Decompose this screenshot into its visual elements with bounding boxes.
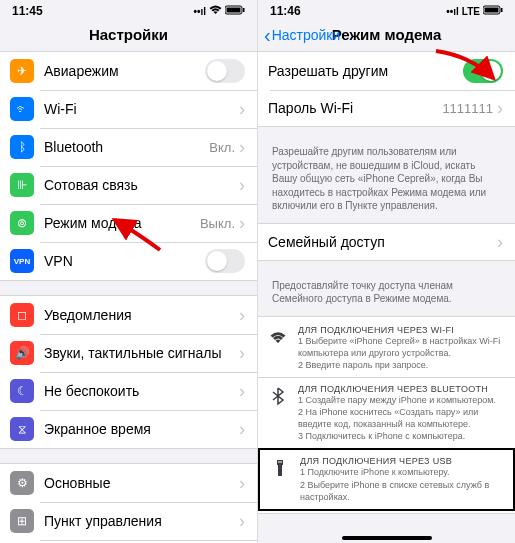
instructions-step: 2 Введите пароль при запросе. (298, 359, 505, 371)
row-label: Уведомления (44, 307, 239, 323)
row-label: Сотовая связь (44, 177, 239, 193)
group-instructions: ДЛЯ ПОДКЛЮЧЕНИЯ ЧЕРЕЗ WI-FI 1 Выберите «… (258, 316, 515, 514)
chevron-right-icon: › (239, 100, 245, 118)
gear-icon: ⚙ (10, 471, 34, 495)
instructions-step: 3 Подключитесь к iPhone с компьютера. (298, 430, 505, 442)
status-bar: 11:45 ••ıl (0, 0, 257, 20)
row-label: Разрешать другим (268, 63, 463, 79)
row-bluetooth[interactable]: ᛒ Bluetooth Вкл. › (0, 128, 257, 166)
row-label: Семейный доступ (268, 234, 497, 250)
back-label: Настройки (272, 27, 341, 43)
status-indicators: ••ıl (193, 5, 245, 17)
settings-group-connectivity: ✈ Авиарежим ᯤ Wi-Fi › ᛒ Bluetooth Вкл. ›… (0, 51, 257, 281)
status-bar: 11:46 ••ıl LTE (258, 0, 515, 20)
instructions-bluetooth: ДЛЯ ПОДКЛЮЧЕНИЯ ЧЕРЕЗ BLUETOOTH 1 Создай… (258, 377, 515, 449)
row-sounds[interactable]: 🔊 Звуки, тактильные сигналы › (0, 334, 257, 372)
chevron-right-icon: › (239, 138, 245, 156)
signal-icon: ••ıl (193, 6, 206, 17)
chevron-right-icon: › (497, 233, 503, 251)
row-family-sharing[interactable]: Семейный доступ › (258, 224, 515, 260)
row-control-center[interactable]: ⊞ Пункт управления › (0, 502, 257, 540)
chevron-right-icon: › (239, 344, 245, 362)
row-cellular[interactable]: ⊪ Сотовая связь › (0, 166, 257, 204)
row-general[interactable]: ⚙ Основные › (0, 464, 257, 502)
usb-icon (270, 458, 290, 478)
row-label: Режим модема (44, 215, 200, 231)
row-value: 1111111 (442, 101, 493, 116)
row-label: Bluetooth (44, 139, 209, 155)
instructions-wifi: ДЛЯ ПОДКЛЮЧЕНИЯ ЧЕРЕЗ WI-FI 1 Выберите «… (258, 319, 515, 377)
chevron-left-icon: ‹ (264, 25, 271, 45)
bell-icon: ◻ (10, 303, 34, 327)
chevron-right-icon: › (239, 306, 245, 324)
row-label: Основные (44, 475, 239, 491)
airplane-icon: ✈ (10, 59, 34, 83)
vpn-toggle[interactable] (205, 249, 245, 273)
chevron-right-icon: › (497, 99, 503, 117)
footer-family: Предоставляйте точку доступа членам Семе… (258, 275, 515, 316)
row-value: Вкл. (209, 140, 235, 155)
row-label: VPN (44, 253, 205, 269)
row-label: Wi-Fi (44, 101, 235, 117)
back-button[interactable]: ‹ Настройки (264, 25, 340, 45)
status-indicators: ••ıl LTE (446, 5, 503, 17)
hourglass-icon: ⧖ (10, 417, 34, 441)
row-label: Экранное время (44, 421, 239, 437)
row-allow-others[interactable]: Разрешать другим (258, 52, 515, 90)
vpn-icon: VPN (10, 249, 34, 273)
svg-rect-7 (278, 465, 282, 476)
svg-rect-5 (501, 8, 503, 12)
row-value: Выкл. (200, 216, 235, 231)
airplane-toggle[interactable] (205, 59, 245, 83)
status-time: 11:45 (12, 4, 43, 18)
page-title: Режим модема (332, 26, 442, 43)
nav-bar: Настройки (0, 20, 257, 51)
allow-others-toggle[interactable] (463, 59, 503, 83)
status-time: 11:46 (270, 4, 301, 18)
bluetooth-icon (268, 386, 288, 406)
chevron-right-icon: › (239, 512, 245, 530)
row-label: Не беспокоить (44, 383, 239, 399)
antenna-icon: ⊪ (10, 173, 34, 197)
sliders-icon: ⊞ (10, 509, 34, 533)
wifi-icon (209, 5, 222, 17)
wifi-icon (268, 327, 288, 347)
chevron-right-icon: › (239, 382, 245, 400)
settings-group-general: ⚙ Основные › ⊞ Пункт управления › AA Экр… (0, 463, 257, 543)
instructions-usb: ДЛЯ ПОДКЛЮЧЕНИЯ ЧЕРЕЗ USB 1 Подключите i… (258, 448, 515, 510)
svg-rect-2 (243, 8, 245, 12)
hotspot-screen: 11:46 ••ıl LTE ‹ Настройки Режим модема … (258, 0, 515, 543)
chevron-right-icon: › (239, 176, 245, 194)
page-title: Настройки (89, 26, 168, 43)
network-label: LTE (462, 6, 480, 17)
row-label: Пункт управления (44, 513, 239, 529)
row-vpn[interactable]: VPN VPN (0, 242, 257, 280)
home-indicator[interactable] (342, 536, 432, 540)
sound-icon: 🔊 (10, 341, 34, 365)
chevron-right-icon: › (239, 214, 245, 232)
svg-rect-1 (227, 8, 241, 13)
row-notifications[interactable]: ◻ Уведомления › (0, 296, 257, 334)
row-label: Авиарежим (44, 63, 205, 79)
row-hotspot[interactable]: ⊚ Режим модема Выкл. › (0, 204, 257, 242)
row-dnd[interactable]: ☾ Не беспокоить › (0, 372, 257, 410)
row-airplane[interactable]: ✈ Авиарежим (0, 52, 257, 90)
moon-icon: ☾ (10, 379, 34, 403)
row-screentime[interactable]: ⧖ Экранное время › (0, 410, 257, 448)
instructions-title: ДЛЯ ПОДКЛЮЧЕНИЯ ЧЕРЕЗ WI-FI (298, 325, 505, 335)
battery-icon (483, 5, 503, 17)
row-label: Пароль Wi-Fi (268, 100, 442, 116)
instructions-step: 1 Создайте пару между iPhone и компьютер… (298, 394, 505, 406)
instructions-title: ДЛЯ ПОДКЛЮЧЕНИЯ ЧЕРЕЗ USB (300, 456, 503, 466)
signal-icon: ••ıl (446, 6, 459, 17)
chevron-right-icon: › (239, 474, 245, 492)
instructions-step: 2 Выберите iPhone в списке сетевых служб… (300, 479, 503, 503)
row-wifi[interactable]: ᯤ Wi-Fi › (0, 90, 257, 128)
instructions-step: 2 На iPhone коснитесь «Создать пару» или… (298, 406, 505, 430)
bluetooth-icon: ᛒ (10, 135, 34, 159)
group-family: Семейный доступ › (258, 223, 515, 261)
row-password[interactable]: Пароль Wi-Fi 1111111 › (258, 90, 515, 126)
svg-rect-9 (281, 461, 282, 463)
group-allow: Разрешать другим Пароль Wi-Fi 1111111 › (258, 51, 515, 127)
footer-allow: Разрешайте другим пользователям или устр… (258, 141, 515, 223)
